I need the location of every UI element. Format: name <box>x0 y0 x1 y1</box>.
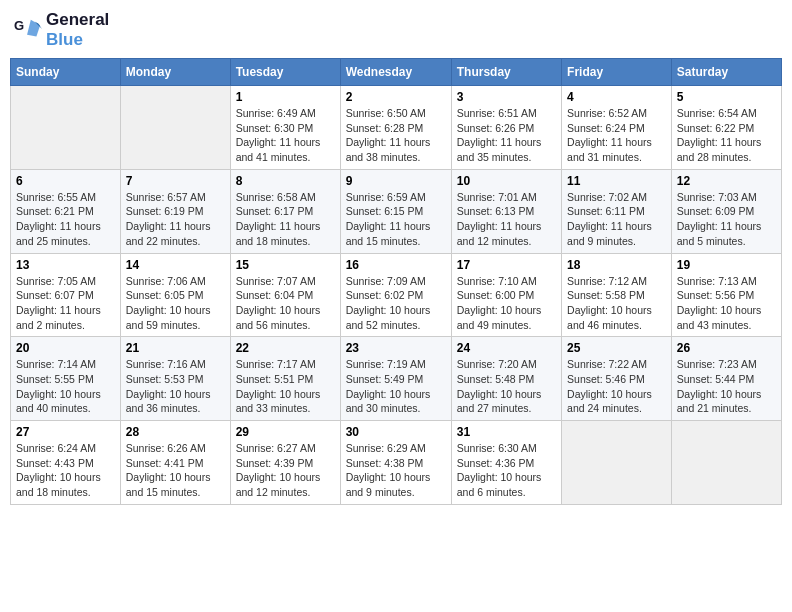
col-header-wednesday: Wednesday <box>340 59 451 86</box>
daylight-label: Daylight: 10 hours and 40 minutes. <box>16 388 101 415</box>
sunrise-label: Sunrise: 7:06 AM <box>126 275 206 287</box>
daylight-label: Daylight: 11 hours and 22 minutes. <box>126 220 211 247</box>
day-number: 16 <box>346 258 446 272</box>
day-info: Sunrise: 7:02 AMSunset: 6:11 PMDaylight:… <box>567 190 666 249</box>
col-header-saturday: Saturday <box>671 59 781 86</box>
day-info: Sunrise: 7:14 AMSunset: 5:55 PMDaylight:… <box>16 357 115 416</box>
sunrise-label: Sunrise: 7:07 AM <box>236 275 316 287</box>
sunrise-label: Sunrise: 6:27 AM <box>236 442 316 454</box>
day-info: Sunrise: 6:30 AMSunset: 4:36 PMDaylight:… <box>457 441 556 500</box>
daylight-label: Daylight: 10 hours and 46 minutes. <box>567 304 652 331</box>
col-header-tuesday: Tuesday <box>230 59 340 86</box>
calendar-cell: 12Sunrise: 7:03 AMSunset: 6:09 PMDayligh… <box>671 169 781 253</box>
sunset-label: Sunset: 6:02 PM <box>346 289 424 301</box>
sunset-label: Sunset: 6:04 PM <box>236 289 314 301</box>
daylight-label: Daylight: 11 hours and 5 minutes. <box>677 220 762 247</box>
sunrise-label: Sunrise: 7:16 AM <box>126 358 206 370</box>
calendar-cell: 5Sunrise: 6:54 AMSunset: 6:22 PMDaylight… <box>671 86 781 170</box>
calendar-cell: 18Sunrise: 7:12 AMSunset: 5:58 PMDayligh… <box>562 253 672 337</box>
daylight-label: Daylight: 11 hours and 28 minutes. <box>677 136 762 163</box>
day-number: 23 <box>346 341 446 355</box>
sunset-label: Sunset: 4:41 PM <box>126 457 204 469</box>
sunset-label: Sunset: 6:24 PM <box>567 122 645 134</box>
daylight-label: Daylight: 10 hours and 9 minutes. <box>346 471 431 498</box>
sunrise-label: Sunrise: 7:22 AM <box>567 358 647 370</box>
day-number: 15 <box>236 258 335 272</box>
sunrise-label: Sunrise: 6:50 AM <box>346 107 426 119</box>
day-number: 4 <box>567 90 666 104</box>
sunset-label: Sunset: 5:44 PM <box>677 373 755 385</box>
sunset-label: Sunset: 6:00 PM <box>457 289 535 301</box>
day-info: Sunrise: 7:03 AMSunset: 6:09 PMDaylight:… <box>677 190 776 249</box>
daylight-label: Daylight: 10 hours and 24 minutes. <box>567 388 652 415</box>
sunset-label: Sunset: 4:43 PM <box>16 457 94 469</box>
calendar-cell: 20Sunrise: 7:14 AMSunset: 5:55 PMDayligh… <box>11 337 121 421</box>
day-info: Sunrise: 6:29 AMSunset: 4:38 PMDaylight:… <box>346 441 446 500</box>
daylight-label: Daylight: 11 hours and 31 minutes. <box>567 136 652 163</box>
daylight-label: Daylight: 10 hours and 12 minutes. <box>236 471 321 498</box>
calendar-cell <box>11 86 121 170</box>
calendar-cell: 24Sunrise: 7:20 AMSunset: 5:48 PMDayligh… <box>451 337 561 421</box>
daylight-label: Daylight: 10 hours and 56 minutes. <box>236 304 321 331</box>
sunset-label: Sunset: 6:19 PM <box>126 205 204 217</box>
day-info: Sunrise: 6:55 AMSunset: 6:21 PMDaylight:… <box>16 190 115 249</box>
day-info: Sunrise: 7:09 AMSunset: 6:02 PMDaylight:… <box>346 274 446 333</box>
logo-blue: Blue <box>46 30 83 49</box>
calendar-cell: 4Sunrise: 6:52 AMSunset: 6:24 PMDaylight… <box>562 86 672 170</box>
calendar-week-3: 13Sunrise: 7:05 AMSunset: 6:07 PMDayligh… <box>11 253 782 337</box>
day-info: Sunrise: 6:27 AMSunset: 4:39 PMDaylight:… <box>236 441 335 500</box>
calendar-cell: 27Sunrise: 6:24 AMSunset: 4:43 PMDayligh… <box>11 421 121 505</box>
calendar-cell: 6Sunrise: 6:55 AMSunset: 6:21 PMDaylight… <box>11 169 121 253</box>
sunset-label: Sunset: 6:28 PM <box>346 122 424 134</box>
sunset-label: Sunset: 6:11 PM <box>567 205 645 217</box>
col-header-thursday: Thursday <box>451 59 561 86</box>
sunrise-label: Sunrise: 7:12 AM <box>567 275 647 287</box>
day-number: 9 <box>346 174 446 188</box>
sunset-label: Sunset: 5:49 PM <box>346 373 424 385</box>
sunrise-label: Sunrise: 6:55 AM <box>16 191 96 203</box>
day-number: 10 <box>457 174 556 188</box>
calendar-cell: 8Sunrise: 6:58 AMSunset: 6:17 PMDaylight… <box>230 169 340 253</box>
day-number: 14 <box>126 258 225 272</box>
sunset-label: Sunset: 6:26 PM <box>457 122 535 134</box>
sunrise-label: Sunrise: 7:02 AM <box>567 191 647 203</box>
calendar-cell: 2Sunrise: 6:50 AMSunset: 6:28 PMDaylight… <box>340 86 451 170</box>
day-info: Sunrise: 7:16 AMSunset: 5:53 PMDaylight:… <box>126 357 225 416</box>
calendar-cell: 21Sunrise: 7:16 AMSunset: 5:53 PMDayligh… <box>120 337 230 421</box>
day-number: 21 <box>126 341 225 355</box>
sunrise-label: Sunrise: 6:54 AM <box>677 107 757 119</box>
day-info: Sunrise: 6:26 AMSunset: 4:41 PMDaylight:… <box>126 441 225 500</box>
sunrise-label: Sunrise: 6:57 AM <box>126 191 206 203</box>
day-number: 2 <box>346 90 446 104</box>
calendar-cell: 28Sunrise: 6:26 AMSunset: 4:41 PMDayligh… <box>120 421 230 505</box>
day-info: Sunrise: 6:57 AMSunset: 6:19 PMDaylight:… <box>126 190 225 249</box>
daylight-label: Daylight: 11 hours and 35 minutes. <box>457 136 542 163</box>
calendar-cell: 29Sunrise: 6:27 AMSunset: 4:39 PMDayligh… <box>230 421 340 505</box>
day-number: 26 <box>677 341 776 355</box>
calendar-cell: 30Sunrise: 6:29 AMSunset: 4:38 PMDayligh… <box>340 421 451 505</box>
sunset-label: Sunset: 5:56 PM <box>677 289 755 301</box>
calendar-cell: 9Sunrise: 6:59 AMSunset: 6:15 PMDaylight… <box>340 169 451 253</box>
sunrise-label: Sunrise: 6:52 AM <box>567 107 647 119</box>
sunrise-label: Sunrise: 6:59 AM <box>346 191 426 203</box>
calendar-cell: 3Sunrise: 6:51 AMSunset: 6:26 PMDaylight… <box>451 86 561 170</box>
day-number: 22 <box>236 341 335 355</box>
day-info: Sunrise: 7:07 AMSunset: 6:04 PMDaylight:… <box>236 274 335 333</box>
day-info: Sunrise: 6:24 AMSunset: 4:43 PMDaylight:… <box>16 441 115 500</box>
day-info: Sunrise: 6:50 AMSunset: 6:28 PMDaylight:… <box>346 106 446 165</box>
sunrise-label: Sunrise: 7:19 AM <box>346 358 426 370</box>
day-number: 30 <box>346 425 446 439</box>
daylight-label: Daylight: 10 hours and 36 minutes. <box>126 388 211 415</box>
calendar-cell: 15Sunrise: 7:07 AMSunset: 6:04 PMDayligh… <box>230 253 340 337</box>
day-info: Sunrise: 6:58 AMSunset: 6:17 PMDaylight:… <box>236 190 335 249</box>
day-number: 29 <box>236 425 335 439</box>
sunset-label: Sunset: 5:53 PM <box>126 373 204 385</box>
day-info: Sunrise: 7:13 AMSunset: 5:56 PMDaylight:… <box>677 274 776 333</box>
sunset-label: Sunset: 6:15 PM <box>346 205 424 217</box>
sunset-label: Sunset: 5:51 PM <box>236 373 314 385</box>
day-info: Sunrise: 7:23 AMSunset: 5:44 PMDaylight:… <box>677 357 776 416</box>
day-number: 20 <box>16 341 115 355</box>
daylight-label: Daylight: 11 hours and 18 minutes. <box>236 220 321 247</box>
day-number: 19 <box>677 258 776 272</box>
sunrise-label: Sunrise: 7:17 AM <box>236 358 316 370</box>
